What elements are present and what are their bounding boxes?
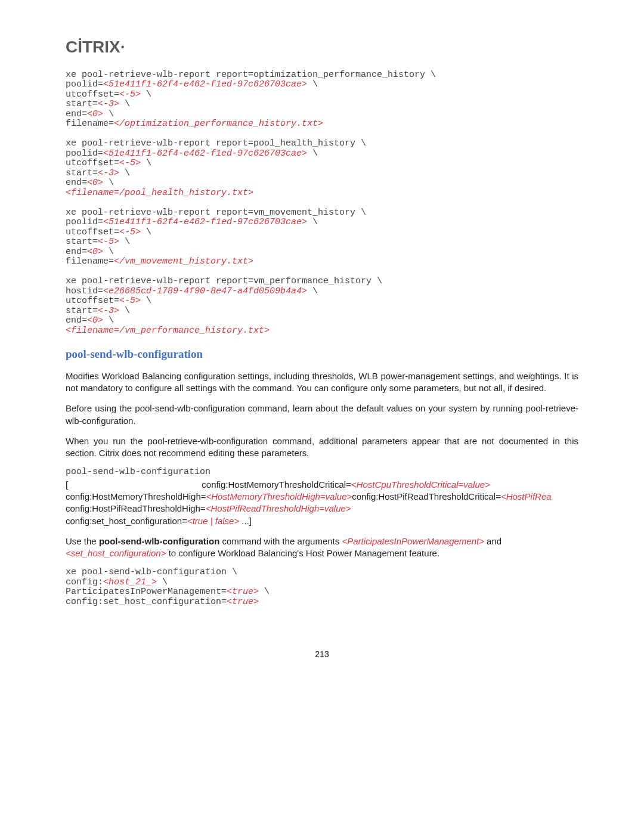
logo-text: CİTRIX <box>66 38 120 56</box>
code-param: </optimization_performance_history.txt> <box>114 119 323 129</box>
code-param: <filename=/pool_health_history.txt> <box>66 188 253 198</box>
code-line: \ <box>141 227 151 237</box>
code-line: start= <box>66 168 98 178</box>
code-line: config:set_host_configuration= <box>66 597 227 607</box>
code-line: hostid= <box>66 286 103 296</box>
text: config:HostMemoryThresholdCritical= <box>202 479 351 490</box>
code-line: \ <box>103 178 114 188</box>
code-param: <HostPifRea <box>501 491 552 501</box>
code-line: start= <box>66 237 98 247</box>
text: config:set_host_configuration= <box>66 516 187 526</box>
blank-line <box>66 129 71 139</box>
code-param: <51e411f1-62f4-e462-f1ed-97c626703cae> <box>103 79 307 89</box>
code-line: \ <box>119 237 130 247</box>
code-line: \ <box>103 315 114 326</box>
code-line: \ <box>141 89 151 100</box>
code-param: <true> <box>227 597 259 607</box>
code-line: \ <box>141 296 151 306</box>
code-line: \ <box>307 217 318 227</box>
text: command with the arguments <box>219 536 342 546</box>
code-line: pool-send-wlb-configuration <box>66 467 210 477</box>
code-param: <0> <box>87 109 103 119</box>
page-number: 213 <box>66 649 578 660</box>
code-line: end= <box>66 247 87 257</box>
code-line: \ <box>119 168 130 178</box>
text: ...] <box>239 516 252 526</box>
code-block-3: xe pool-send-wlb-configuration \ config:… <box>66 568 578 607</box>
blank-line <box>66 197 71 208</box>
code-param: <set_host_configuration> <box>66 548 166 558</box>
paragraph-3: When you run the pool-retrieve-wlb-confi… <box>66 435 578 460</box>
code-line: utcoffset= <box>66 227 119 237</box>
code-param: <true | false> <box>187 516 239 526</box>
config-paragraph: [ config:HostMemoryThresholdCritical=<Ho… <box>66 479 578 527</box>
code-line: poolid= <box>66 217 103 227</box>
text: to configure Workload Balancing's Host P… <box>166 548 439 558</box>
text: config:HostPifReadThresholdCritical= <box>352 491 501 501</box>
code-param: <-5> <box>119 158 141 168</box>
code-line: \ <box>119 99 130 109</box>
code-line: filename= <box>66 119 114 129</box>
code-param: <HostCpuThresholdCritical=value> <box>351 479 490 490</box>
code-line: start= <box>66 306 98 316</box>
code-param: <-3> <box>98 168 119 178</box>
text: Use the <box>66 536 99 546</box>
code-param: <51e411f1-62f4-e462-f1ed-97c626703cae> <box>103 217 307 227</box>
code-param: <true> <box>227 587 259 597</box>
code-line: utcoffset= <box>66 89 119 100</box>
code-param: <ParticipatesInPowerManagement> <box>342 536 484 546</box>
code-line: \ <box>119 306 130 316</box>
code-param: <filename=/vm_performance_history.txt> <box>66 326 270 336</box>
code-param: </vm_movement_history.txt> <box>114 256 253 267</box>
code-param: <-3> <box>98 306 119 316</box>
code-line: \ <box>103 109 114 119</box>
code-line: filename= <box>66 256 114 267</box>
text: config:HostPifReadThresholdHigh= <box>66 503 206 513</box>
section-heading: pool-send-wlb-configuration <box>66 346 578 362</box>
code-line: utcoffset= <box>66 158 119 168</box>
code-param: <host_21_> <box>103 577 157 587</box>
code-line: end= <box>66 315 87 326</box>
code-param: <-5> <box>119 227 141 237</box>
code-line: \ <box>157 577 168 587</box>
citrix-logo: CİTRIX· <box>66 36 578 58</box>
code-line: \ <box>141 158 151 168</box>
code-line: \ <box>307 148 318 159</box>
code-line: \ <box>307 286 318 296</box>
code-line: xe pool-retrieve-wlb-report report=optim… <box>66 70 436 80</box>
paragraph-1: Modifies Workload Balancing configuratio… <box>66 370 578 395</box>
code-param: <-5> <box>119 296 141 306</box>
code-param: <-5> <box>119 89 141 100</box>
text: config:HostMemoryThresholdHigh= <box>66 491 206 501</box>
code-line: end= <box>66 178 87 188</box>
code-line: xe pool-retrieve-wlb-report report=vm_mo… <box>66 208 366 218</box>
code-line: xe pool-retrieve-wlb-report report=vm_pe… <box>66 276 382 286</box>
code-line: poolid= <box>66 148 103 159</box>
code-param: <0> <box>87 247 103 257</box>
paragraph-4: Use the pool-send-wlb-configuration comm… <box>66 535 578 560</box>
code-param: <HostPifReadThresholdHigh=value> <box>206 503 351 513</box>
logo-dot: · <box>120 38 125 56</box>
code-line: ParticipatesInPowerManagement= <box>66 587 227 597</box>
code-line: utcoffset= <box>66 296 119 306</box>
code-block-2: pool-send-wlb-configuration <box>66 467 578 478</box>
code-param: <51e411f1-62f4-e462-f1ed-97c626703cae> <box>103 148 307 159</box>
code-block-1: xe pool-retrieve-wlb-report report=optim… <box>66 70 578 336</box>
code-line: start= <box>66 99 98 109</box>
code-param: <0> <box>87 315 103 326</box>
code-line: \ <box>103 247 114 257</box>
code-line: poolid= <box>66 79 103 89</box>
code-line: end= <box>66 109 87 119</box>
code-param: <0> <box>87 178 103 188</box>
code-param: <-3> <box>98 99 119 109</box>
blank-line <box>66 267 71 277</box>
code-line: xe pool-retrieve-wlb-report report=pool_… <box>66 138 366 148</box>
paragraph-2: Before using the pool-send-wlb-configura… <box>66 402 578 427</box>
code-param: <e26685cd-1789-4f90-8e47-a4fd0509b4a4> <box>103 286 307 296</box>
code-param: <-5> <box>98 237 119 247</box>
code-line: xe pool-send-wlb-configuration \ <box>66 567 237 577</box>
text: [ <box>66 479 70 490</box>
code-line: \ <box>307 79 318 89</box>
code-param: <HostMemoryThresholdHigh=value> <box>206 491 352 501</box>
code-line: config: <box>66 577 103 587</box>
